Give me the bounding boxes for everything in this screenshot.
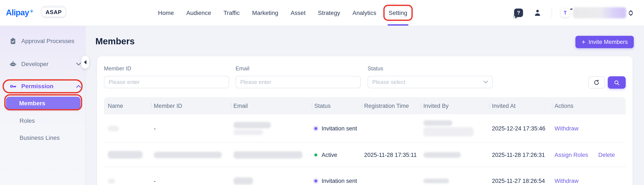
active-tab-indicator (388, 24, 408, 26)
filter-member-id: Member ID (104, 65, 229, 88)
sidebar-item-label: Business Lines (20, 134, 81, 141)
sidebar-item-members[interactable]: Members (6, 97, 80, 109)
nav-strategy[interactable]: Strategy (318, 0, 340, 26)
sidebar: Approval Processes Developer (0, 26, 86, 185)
status-select[interactable]: Please select (368, 76, 493, 88)
email-input[interactable] (236, 76, 361, 88)
redacted-name (108, 151, 143, 158)
main-nav: Home Audience Traffic Marketing Asset St… (158, 0, 407, 26)
status-text: Invitation sent (322, 125, 357, 131)
redacted-name (108, 125, 119, 131)
sidebar-item-developer[interactable]: Developer (9, 58, 81, 70)
filter-email: Email (236, 65, 361, 88)
workspace-badge[interactable]: ASAP (41, 6, 66, 18)
redacted-invited-by (423, 178, 449, 183)
sidebar-collapse-button[interactable] (81, 56, 89, 69)
registration-time: 2025-11-28 17:35:11 (364, 151, 417, 158)
invited-at: 2025-11-28 17:26:31 (492, 151, 545, 158)
member-id-input[interactable] (104, 76, 229, 88)
col-email: Email (234, 97, 314, 114)
redacted-name (108, 178, 115, 183)
refresh-icon (593, 79, 600, 86)
search-button[interactable] (608, 76, 626, 89)
withdraw-link[interactable]: Withdraw (554, 125, 578, 131)
logo-text: Alipay (6, 8, 29, 18)
col-status: Status (314, 97, 364, 114)
key-icon (9, 82, 16, 90)
alipay-logo[interactable]: Alipay + (6, 0, 33, 26)
email-label: Email (236, 65, 361, 72)
nav-analytics[interactable]: Analytics (352, 0, 376, 26)
status-dot-invited (314, 179, 317, 182)
refresh-button[interactable] (588, 76, 605, 89)
main-content: Members + Invite Members Member ID Email… (85, 26, 644, 185)
col-invited-at: Invited At (492, 97, 554, 114)
col-invited-by: Invited By (423, 97, 492, 114)
sidebar-item-label: Members (19, 100, 45, 106)
magnifier-icon (614, 80, 620, 85)
nav-setting[interactable]: Setting (389, 0, 407, 26)
col-actions: Actions (554, 97, 626, 114)
redacted-member-id (154, 151, 222, 158)
member-id-label: Member ID (104, 65, 229, 72)
invited-at: 2025-12-24 17:35:46 (492, 125, 546, 131)
nav-marketing[interactable]: Marketing (252, 0, 278, 26)
status-dot-invited (314, 127, 317, 130)
chevron-up-icon (76, 85, 81, 88)
filter-status: Status Please select (368, 65, 493, 88)
clipboard-check-icon (9, 37, 16, 45)
table-body: - Invitation sent 2025-12-24 17:35:4 (104, 114, 626, 185)
assign-roles-link[interactable]: Assign Roles (554, 151, 588, 158)
table-header-row: Name Member ID Email Status Registration… (104, 97, 626, 114)
sidebar-item-label: Permission (21, 83, 72, 90)
member-id-value: - (154, 178, 156, 184)
status-dot-active (314, 153, 317, 156)
invite-members-button[interactable]: + Invite Members (576, 36, 634, 48)
robot-icon (9, 60, 16, 68)
plus-icon: + (582, 39, 586, 45)
nav-traffic[interactable]: Traffic (224, 0, 240, 26)
topbar: Alipay + ASAP Home Audience Traffic Mark… (0, 0, 644, 26)
topbar-right: ? T (514, 0, 633, 26)
sidebar-item-label: Roles (20, 117, 81, 124)
members-card: Member ID Email Status Please select (97, 56, 632, 185)
redacted-invited-by (423, 120, 474, 136)
chevron-down-icon (484, 81, 488, 84)
sidebar-item-label: Developer (21, 61, 72, 67)
status-label: Status (368, 65, 493, 72)
account-icon[interactable] (533, 9, 542, 17)
chevron-down-icon (76, 62, 81, 65)
status-text: Invitation sent (322, 178, 357, 184)
redacted-email (234, 122, 271, 135)
chevron-up-down-icon[interactable] (629, 10, 633, 16)
nav-audience[interactable]: Audience (186, 0, 211, 26)
redacted-email (234, 177, 253, 184)
sidebar-item-permission[interactable]: Permission (9, 80, 81, 93)
redacted-invited-by (423, 152, 461, 157)
avatar[interactable]: T (561, 9, 570, 17)
table-row: - Invitation sent 2025-12-24 17:35:4 (104, 114, 626, 142)
col-member-id: Member ID (154, 97, 234, 114)
members-table: Name Member ID Email Status Registration… (104, 97, 626, 185)
sidebar-item-approval-processes[interactable]: Approval Processes (9, 35, 81, 47)
app-root: Alipay + ASAP Home Audience Traffic Mark… (0, 0, 644, 185)
redacted-email (234, 151, 302, 158)
redacted-account-name (573, 7, 626, 18)
col-name: Name (108, 97, 154, 114)
logo-plus-mark: + (29, 7, 34, 15)
nav-asset[interactable]: Asset (291, 0, 306, 26)
invited-at: 2025-11-27 18:26:54 (492, 178, 545, 184)
nav-home[interactable]: Home (158, 0, 174, 26)
member-id-value: - (154, 125, 156, 131)
delete-link[interactable]: Delete (598, 151, 615, 158)
table-row: - Invitation sent 2025-11-27 18:26:54 Wi… (104, 167, 626, 185)
col-registration-time: Registration Time (364, 97, 423, 114)
sidebar-item-business-lines[interactable]: Business Lines (20, 131, 81, 144)
sidebar-item-label: Approval Processes (21, 38, 81, 44)
sidebar-item-roles[interactable]: Roles (20, 114, 81, 127)
help-icon[interactable]: ? (514, 9, 523, 17)
triangle-left-icon (84, 60, 86, 64)
page-title: Members (96, 36, 134, 47)
withdraw-link[interactable]: Withdraw (554, 178, 578, 184)
status-text: Active (322, 151, 337, 158)
